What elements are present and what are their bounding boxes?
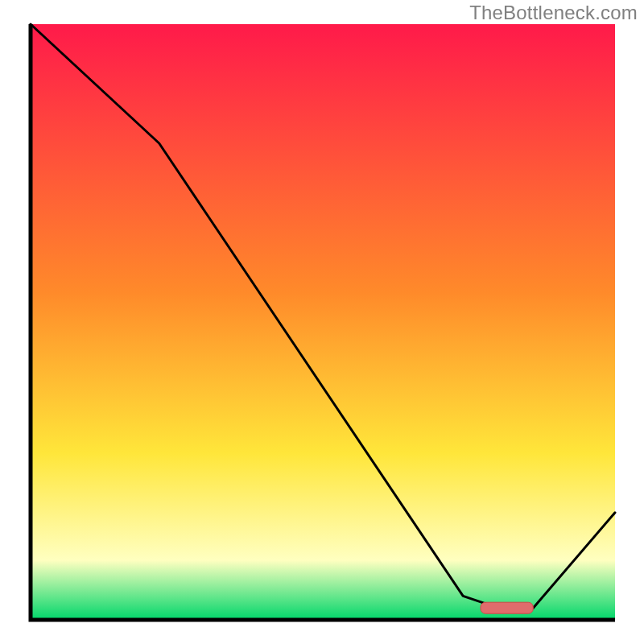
gradient-background <box>31 24 615 620</box>
watermark-text: TheBottleneck.com <box>469 2 638 24</box>
bottleneck-chart <box>0 0 644 644</box>
chart-container: TheBottleneck.com <box>0 0 644 644</box>
optimal-range-marker <box>481 602 533 613</box>
